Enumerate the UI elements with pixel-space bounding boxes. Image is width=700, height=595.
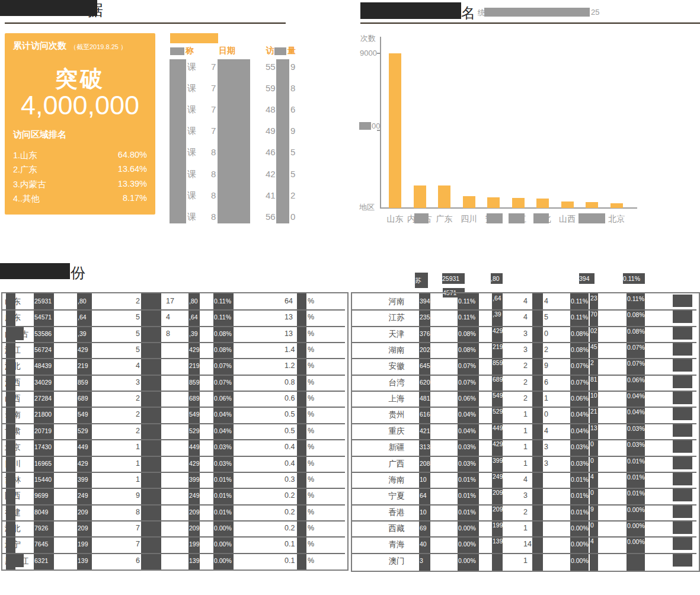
daily-header-visits-prefix: 访 xyxy=(266,46,274,56)
left-divider xyxy=(5,23,286,24)
percent-value: 0.01% xyxy=(571,508,589,516)
value-prefix: 4 xyxy=(523,297,528,305)
percent-value: 0.01% xyxy=(571,476,589,483)
percent-value: 0.04% xyxy=(214,427,234,434)
value-fragment: 21 xyxy=(590,408,598,415)
chart-bar xyxy=(610,203,623,208)
value-fragment: 209 xyxy=(189,508,200,516)
value-fragment: 10 xyxy=(590,392,598,399)
percent-value: 0.07% xyxy=(458,362,478,369)
percent-prefix: 0.2 xyxy=(285,491,295,500)
value-prefix: 1 xyxy=(523,443,528,451)
value-prefix: 2 xyxy=(523,394,528,402)
row-divider xyxy=(352,423,696,424)
row-divider xyxy=(352,342,696,343)
value-prefix: 1 xyxy=(523,427,528,435)
value-suffix: 0 xyxy=(544,330,548,338)
row-divider xyxy=(2,342,345,343)
value-fragment: 689 xyxy=(189,395,200,402)
percent-suffix: % xyxy=(308,443,314,451)
percent-value: 0.07% xyxy=(627,344,645,351)
row-divider xyxy=(2,391,345,392)
cell-redaction-box xyxy=(673,376,692,388)
cell-redaction-box xyxy=(673,392,692,404)
percent-prefix: 0.8 xyxy=(285,378,295,386)
cell-redaction-box xyxy=(673,473,692,485)
region-table-right: 河南3940.11%,64440.11%230.11%江苏2350.11%,39… xyxy=(351,292,700,572)
percent-value: 0.04% xyxy=(627,408,645,415)
floating-fragment: 苏 xyxy=(415,273,428,288)
cell-redaction-box xyxy=(673,489,692,501)
daily-visits-suffix: 5 xyxy=(290,147,295,157)
daily-visits-suffix: 8 xyxy=(290,83,295,93)
percent-prefix: 13 xyxy=(285,330,293,338)
value-fragment: 859 xyxy=(189,379,200,386)
row-divider xyxy=(352,504,696,506)
visits-value: 7926 xyxy=(34,524,54,532)
row-divider xyxy=(352,358,696,359)
row-divider xyxy=(2,536,345,538)
percent-value: 0.03% xyxy=(214,460,234,467)
percent-suffix: % xyxy=(308,297,314,305)
value-prefix: 2 xyxy=(136,410,140,418)
province-name: 湖南 xyxy=(383,345,410,356)
visits-value: 10 xyxy=(420,476,430,483)
chart-bar xyxy=(487,197,500,208)
visits-value: 16965 xyxy=(34,460,54,467)
cell-redaction-box xyxy=(673,554,692,567)
value-prefix: 1 xyxy=(523,524,528,532)
percent-suffix: % xyxy=(308,362,314,370)
value-prefix: 6 xyxy=(136,556,140,565)
percent-value: 0.01% xyxy=(458,476,478,483)
row-divider xyxy=(2,488,345,489)
floating-fragment: 0.11% xyxy=(623,273,645,284)
value-fragment: 02 xyxy=(590,327,598,334)
visits-value: 69 xyxy=(420,524,430,532)
daily-header-visits-redaction-box xyxy=(274,47,286,55)
daily-visits-prefix: 49 xyxy=(266,126,276,136)
daily-visits-suffix: 5 xyxy=(290,169,295,179)
value-suffix: 1 xyxy=(544,394,548,402)
row-divider xyxy=(352,520,696,522)
percent-value: 0.01% xyxy=(458,508,478,516)
floating-fragment: 25931 xyxy=(442,273,465,284)
ranking-value: 13.64% xyxy=(118,164,147,174)
value-suffix: 17 xyxy=(166,297,174,305)
row-divider xyxy=(2,407,345,408)
value-fragment: 429 xyxy=(493,440,503,447)
region-table-left: 山东25931,80217,800.11%64%广东54571,6454,640… xyxy=(1,292,349,571)
column-redaction-bar xyxy=(532,293,543,571)
value-prefix: 4 xyxy=(523,313,528,321)
percent-value: 0.01% xyxy=(627,490,645,497)
ranking-row: 4..其他8.17% xyxy=(13,193,147,204)
value-prefix: 1 xyxy=(523,459,528,468)
percent-value: 0.04% xyxy=(458,427,478,434)
visits-value: 394 xyxy=(420,298,430,305)
province-name: 台湾 xyxy=(383,378,410,388)
value-fragment: 429 xyxy=(189,460,200,467)
ranking-label: 4..其他 xyxy=(13,193,40,204)
visits-value: 53586 xyxy=(34,330,54,337)
cell-redaction-box xyxy=(673,522,692,534)
province-name: 青海 xyxy=(383,539,410,550)
province-name: 贵州 xyxy=(383,410,410,420)
percent-suffix: % xyxy=(308,427,314,435)
percent-prefix: 0.3 xyxy=(285,475,295,484)
name-redaction-box xyxy=(6,327,24,340)
row-divider xyxy=(2,358,345,359)
cell-redaction-box xyxy=(673,343,692,356)
chart-subtitle-suffix: 25 xyxy=(591,8,599,17)
percent-prefix: 1.4 xyxy=(285,346,295,354)
cell-redaction-box xyxy=(673,424,692,437)
province-name: 天津 xyxy=(383,329,410,340)
ranking-label: 2.广东 xyxy=(13,164,37,175)
percent-value: 0.00% xyxy=(214,557,234,564)
percent-suffix: % xyxy=(308,394,314,402)
daily-header-name-redaction-box xyxy=(170,47,184,55)
bottom-title-fragment: 份 xyxy=(71,263,85,283)
value-fragment: 249 xyxy=(189,492,200,499)
value-fragment: 549 xyxy=(78,411,91,418)
dashboard-page: 据 累计访问次数 （截至2019.8.25 ） 突破 4,000,000 访问区… xyxy=(0,0,700,595)
chart-bar xyxy=(414,185,426,208)
percent-suffix: % xyxy=(308,491,314,500)
